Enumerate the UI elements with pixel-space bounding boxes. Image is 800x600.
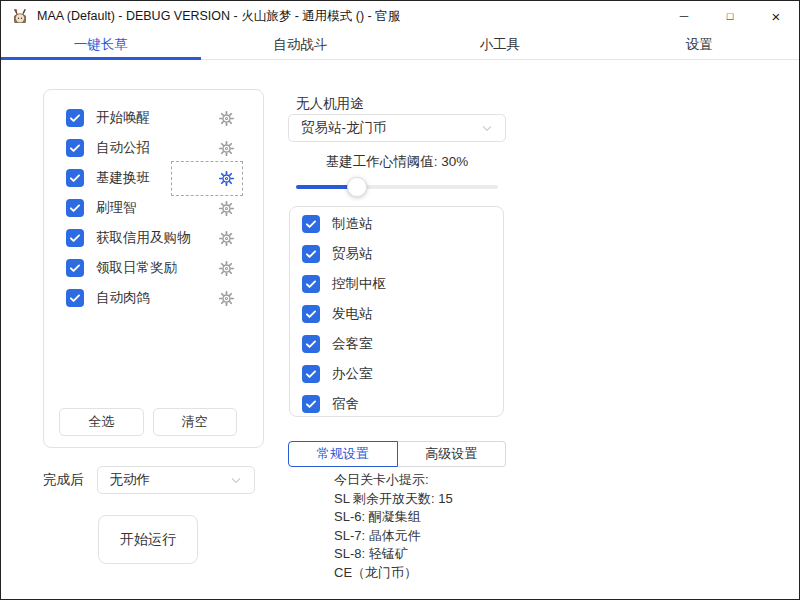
drone-usage-value: 贸易站-龙门币: [301, 119, 387, 137]
start-run-button[interactable]: 开始运行: [98, 515, 198, 564]
maximize-icon: □: [727, 10, 734, 22]
mood-threshold-label: 基建工作心情阈值: 30%: [288, 153, 506, 171]
settings-tab-1[interactable]: 高级设置: [398, 441, 507, 467]
task-row: 自动公招: [44, 133, 263, 163]
tip-line: 今日关卡小提示:: [334, 471, 453, 490]
tip-line: SL-8: 轻锰矿: [334, 545, 453, 564]
task-row: 获取信用及购物: [44, 223, 263, 253]
after-completion-row: 完成后 无动作: [43, 466, 255, 494]
slider-thumb[interactable]: [347, 177, 367, 197]
chevron-down-icon: [228, 472, 244, 488]
gear-icon[interactable]: [218, 260, 235, 277]
facility-row: 贸易站: [290, 239, 503, 269]
facility-checkbox-checked[interactable]: [302, 305, 320, 323]
minimize-button[interactable]: ─: [661, 1, 707, 31]
facility-checkbox-checked[interactable]: [302, 365, 320, 383]
task-row: 自动肉鸽: [44, 283, 263, 313]
gear-icon[interactable]: [218, 290, 235, 307]
after-completion-value: 无动作: [110, 471, 151, 489]
gear-icon[interactable]: [218, 170, 235, 187]
tab-0[interactable]: 一键长草: [1, 31, 201, 59]
task-label: 刷理智: [96, 199, 137, 217]
gear-icon[interactable]: [218, 140, 235, 157]
facility-list-card: 制造站 贸易站 控制中枢 发电站 会客室 办公室 宿舍: [289, 206, 504, 417]
task-checkbox-checked[interactable]: [66, 289, 84, 307]
facility-row: 制造站: [290, 209, 503, 239]
tab-3[interactable]: 设置: [600, 31, 800, 59]
task-label: 开始唤醒: [96, 109, 150, 127]
gear-icon[interactable]: [218, 230, 235, 247]
tab-1[interactable]: 自动战斗: [201, 31, 401, 59]
chevron-down-icon: [479, 120, 495, 136]
facility-label: 发电站: [332, 305, 373, 323]
task-list-card: 开始唤醒 自动公招: [43, 89, 264, 448]
task-label: 自动公招: [96, 139, 150, 157]
tip-line: SL-7: 晶体元件: [334, 527, 453, 546]
task-label: 基建换班: [96, 169, 150, 187]
select-all-button[interactable]: 全选: [59, 408, 144, 436]
facility-label: 办公室: [332, 365, 373, 383]
facility-row: 发电站: [290, 299, 503, 329]
clear-button[interactable]: 清空: [153, 408, 238, 436]
app-logo-icon: [11, 7, 29, 25]
main-tab-bar: 一键长草自动战斗小工具设置: [1, 31, 799, 60]
facility-label: 宿舍: [332, 395, 359, 413]
task-label: 获取信用及购物: [96, 229, 191, 247]
task-label: 领取日常奖励: [96, 259, 177, 277]
window-title: MAA (Default) - DEBUG VERSION - 火山旅梦 - 通…: [37, 8, 400, 25]
tip-line: SL-6: 酮凝集组: [334, 508, 453, 527]
facility-row: 办公室: [290, 359, 503, 389]
task-checkbox-checked[interactable]: [66, 109, 84, 127]
settings-tab-0[interactable]: 常规设置: [288, 441, 398, 467]
task-checkbox-checked[interactable]: [66, 169, 84, 187]
facility-row: 会客室: [290, 329, 503, 359]
facility-label: 贸易站: [332, 245, 373, 263]
close-button[interactable]: ×: [753, 1, 799, 31]
task-row: 刷理智: [44, 193, 263, 223]
facility-checkbox-checked[interactable]: [302, 245, 320, 263]
task-row: 基建换班: [44, 163, 263, 193]
title-bar: MAA (Default) - DEBUG VERSION - 火山旅梦 - 通…: [1, 1, 799, 31]
window-controls: ─ □ ×: [661, 1, 799, 31]
facility-label: 会客室: [332, 335, 373, 353]
gear-icon[interactable]: [218, 200, 235, 217]
task-list-actions: 全选 清空: [59, 408, 237, 436]
close-icon: ×: [772, 8, 781, 25]
drone-usage-label: 无人机用途: [296, 95, 364, 113]
facility-checkbox-checked[interactable]: [302, 335, 320, 353]
facility-checkbox-checked[interactable]: [302, 395, 320, 413]
maa-window: { "colors": { "accent": "#2a5ad5", "chec…: [0, 0, 800, 600]
facility-checkbox-checked[interactable]: [302, 215, 320, 233]
task-checkbox-checked[interactable]: [66, 199, 84, 217]
facility-label: 控制中枢: [332, 275, 386, 293]
facility-checkbox-checked[interactable]: [302, 275, 320, 293]
mood-threshold-slider[interactable]: [296, 177, 498, 197]
task-label: 自动肉鸽: [96, 289, 150, 307]
tip-line: CE（龙门币）: [334, 564, 453, 583]
maximize-button[interactable]: □: [707, 1, 753, 31]
task-row: 领取日常奖励: [44, 253, 263, 283]
facility-row: 宿舍: [290, 389, 503, 419]
facility-label: 制造站: [332, 215, 373, 233]
after-completion-label: 完成后: [43, 471, 84, 489]
tab-2[interactable]: 小工具: [400, 31, 600, 59]
after-completion-dropdown[interactable]: 无动作: [97, 466, 255, 494]
gear-icon[interactable]: [218, 110, 235, 127]
drone-usage-dropdown[interactable]: 贸易站-龙门币: [288, 114, 506, 142]
stage-tips: 今日关卡小提示:SL 剩余开放天数: 15SL-6: 酮凝集组SL-7: 晶体元…: [334, 471, 453, 582]
tip-line: SL 剩余开放天数: 15: [334, 490, 453, 509]
task-checkbox-checked[interactable]: [66, 139, 84, 157]
settings-mode-toggle: 常规设置高级设置: [288, 441, 506, 467]
facility-row: 控制中枢: [290, 269, 503, 299]
task-checkbox-checked[interactable]: [66, 229, 84, 247]
task-checkbox-checked[interactable]: [66, 259, 84, 277]
task-row: 开始唤醒: [44, 103, 263, 133]
minimize-icon: ─: [680, 9, 689, 23]
task-list: 开始唤醒 自动公招: [44, 90, 263, 313]
